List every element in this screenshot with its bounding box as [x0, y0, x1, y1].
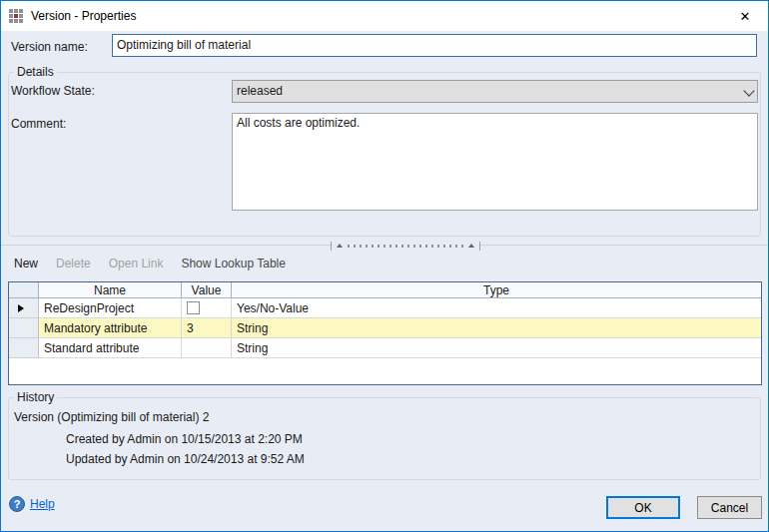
column-header-value[interactable]: Value — [182, 282, 232, 298]
history-group-label: History — [14, 390, 57, 404]
ok-button[interactable]: OK — [606, 496, 680, 519]
table-row[interactable]: Standard attribute String — [9, 338, 761, 358]
current-row-indicator-icon — [18, 304, 24, 312]
table-row[interactable]: Mandatory attribute 3 String — [9, 318, 761, 338]
version-name-label: Version name: — [11, 40, 88, 54]
toolbar-delete-button: Delete — [56, 257, 91, 270]
attr-name-cell[interactable]: Mandatory attribute — [39, 318, 182, 338]
attr-value-cell[interactable] — [182, 298, 232, 318]
chevron-down-icon — [744, 87, 753, 96]
attributes-table: Name Value Type ReDesignProject Yes/No-V… — [8, 281, 762, 385]
splitter-collapse-arrow-icon — [468, 244, 474, 248]
attr-name-cell[interactable]: ReDesignProject — [39, 298, 182, 318]
history-version-title: Version (Optimizing bill of material) 2 — [14, 410, 209, 424]
column-header-type[interactable]: Type — [232, 282, 761, 298]
splitter-handle[interactable] — [331, 240, 480, 252]
app-grid-icon — [9, 9, 23, 23]
column-header-name[interactable]: Name — [39, 282, 182, 298]
redesignproject-checkbox[interactable] — [187, 301, 200, 314]
version-properties-dialog: Version - Properties ✕ Version name: Opt… — [0, 0, 769, 532]
workflow-state-select[interactable]: released — [232, 80, 758, 103]
attr-type-cell: String — [232, 318, 761, 338]
attr-type-cell: String — [232, 338, 761, 358]
splitter-collapse-arrow-icon — [337, 244, 343, 248]
table-row[interactable]: ReDesignProject Yes/No-Value — [9, 298, 761, 318]
attributes-toolbar: New Delete Open Link Show Lookup Table — [14, 257, 286, 270]
table-corner-header — [9, 282, 39, 298]
table-header-row: Name Value Type — [9, 282, 761, 298]
details-group-label: Details — [14, 65, 57, 79]
toolbar-new-button[interactable]: New — [14, 257, 38, 270]
title-bar: Version - Properties ✕ — [1, 1, 768, 31]
window-title: Version - Properties — [31, 9, 136, 23]
row-header — [9, 338, 39, 358]
toolbar-show-lookup-table-button[interactable]: Show Lookup Table — [181, 257, 286, 270]
splitter-dots — [348, 245, 463, 248]
workflow-state-value: released — [237, 83, 283, 100]
history-created-line: Created by Admin on 10/15/2013 at 2:20 P… — [66, 432, 303, 446]
toolbar-open-link-button: Open Link — [109, 257, 164, 270]
comment-textarea[interactable]: All costs are optimized. — [232, 113, 758, 211]
attr-name-cell[interactable]: Standard attribute — [39, 338, 182, 358]
workflow-state-label: Workflow State: — [11, 84, 95, 98]
version-name-input[interactable]: Optimizing bill of material — [112, 34, 757, 57]
close-icon[interactable]: ✕ — [730, 5, 760, 27]
history-updated-line: Updated by Admin on 10/24/2013 at 9:52 A… — [66, 452, 305, 466]
comment-label: Comment: — [11, 117, 66, 131]
splitter-tick — [331, 242, 332, 251]
help-link[interactable]: Help — [30, 497, 55, 511]
help-icon[interactable]: ? — [9, 496, 25, 512]
row-header — [9, 298, 39, 318]
attr-value-cell[interactable] — [182, 338, 232, 358]
splitter-tick — [479, 242, 480, 251]
cancel-button[interactable]: Cancel — [697, 496, 762, 519]
attr-value-cell[interactable]: 3 — [182, 318, 232, 338]
dialog-body: Version name: Optimizing bill of materia… — [1, 31, 768, 531]
attr-type-cell: Yes/No-Value — [232, 298, 761, 318]
row-header — [9, 318, 39, 338]
